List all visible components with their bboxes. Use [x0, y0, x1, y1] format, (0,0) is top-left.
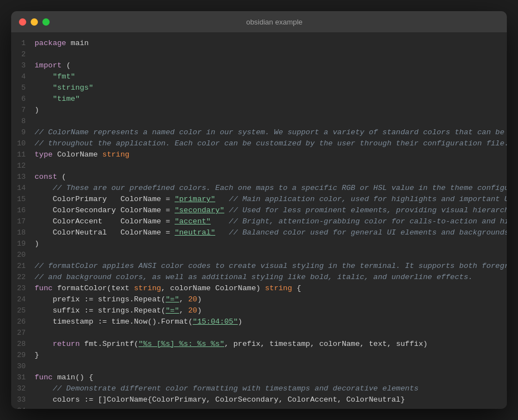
code-line: 22// and background colors, as well as a… [11, 272, 507, 283]
line-number: 23 [11, 283, 35, 294]
code-line: 14 // These are our predefined colors. E… [11, 183, 507, 194]
line-number: 3 [11, 60, 35, 71]
line-number: 15 [11, 194, 35, 205]
line-number: 2 [11, 49, 35, 60]
code-line: 28 return fmt.Sprintf("%s [%s] %s: %s %s… [11, 339, 507, 350]
code-line: 24 prefix := strings.Repeat("=", 20) [11, 294, 507, 305]
line-number: 10 [11, 138, 35, 149]
line-number: 31 [11, 372, 35, 383]
line-code: func formatColor(text string, colorName … [35, 283, 507, 294]
line-code: colors := []ColorName{ColorPrimary, Colo… [35, 394, 507, 406]
line-code: timestamp := time.Now().Format("15:04:05… [35, 316, 507, 328]
line-number: 8 [11, 116, 35, 127]
code-line: 19) [11, 238, 507, 250]
window-title: obsidian example [50, 18, 499, 26]
code-line: 30 [11, 361, 507, 372]
line-number: 21 [11, 261, 35, 272]
line-code: "time" [35, 94, 507, 105]
line-code: func main() { [35, 372, 507, 383]
line-code: ColorSecondary ColorName = "secondary" /… [35, 205, 507, 216]
line-number: 11 [11, 149, 35, 160]
line-code: // Demonstrate different color formattin… [35, 383, 507, 394]
line-number: 32 [11, 383, 35, 394]
line-number: 26 [11, 316, 35, 328]
code-line: 32 // Demonstrate different color format… [11, 383, 507, 394]
line-code [35, 250, 507, 261]
code-line: 20 [11, 250, 507, 261]
line-code: prefix := strings.Repeat("=", 20) [35, 294, 507, 305]
line-number: 20 [11, 250, 35, 261]
code-line: 18 ColorNeutral ColorName = "neutral" //… [11, 227, 507, 238]
line-code [35, 361, 507, 372]
line-code: "fmt" [35, 71, 507, 82]
line-number: 7 [11, 105, 35, 116]
code-line: 8 [11, 116, 507, 127]
editor-window: obsidian example 1package main2 3import … [11, 11, 507, 409]
code-line: 25 suffix := strings.Repeat("=", 20) [11, 305, 507, 316]
code-line: 11type ColorName string [11, 149, 507, 160]
line-code: // formatColor applies ANSI color codes … [35, 261, 507, 272]
traffic-lights [19, 18, 50, 26]
code-line: 27 [11, 328, 507, 339]
line-code [35, 160, 507, 172]
line-code: suffix := strings.Repeat("=", 20) [35, 305, 507, 316]
line-code: type ColorName string [35, 149, 507, 160]
code-line: 29} [11, 350, 507, 361]
close-button[interactable] [19, 18, 26, 26]
code-line: 3import ( [11, 60, 507, 71]
line-number: 16 [11, 205, 35, 216]
line-number: 6 [11, 94, 35, 105]
line-code: // These are our predefined colors. Each… [35, 183, 507, 194]
code-line: 1package main [11, 38, 507, 49]
code-line: 26 timestamp := time.Now().Format("15:04… [11, 316, 507, 328]
minimize-button[interactable] [31, 18, 38, 26]
line-code: package main [35, 38, 507, 49]
line-code: import ( [35, 60, 507, 71]
line-code: ColorAccent ColorName = "accent" // Brig… [35, 216, 507, 227]
code-line: 10// throughout the application. Each co… [11, 138, 507, 149]
line-code: ) [35, 105, 507, 116]
line-code: // and background colors, as well as add… [35, 272, 507, 283]
code-line: 15 ColorPrimary ColorName = "primary" //… [11, 194, 507, 205]
line-code [35, 49, 507, 60]
code-line: 5 "strings" [11, 82, 507, 94]
code-line: 31func main() { [11, 372, 507, 383]
line-code [35, 328, 507, 339]
line-number: 27 [11, 328, 35, 339]
maximize-button[interactable] [42, 18, 50, 26]
code-line: 17 ColorAccent ColorName = "accent" // B… [11, 216, 507, 227]
code-line: 7) [11, 105, 507, 116]
line-number: 25 [11, 305, 35, 316]
line-code: // ColorName represents a named color in… [35, 127, 507, 138]
line-number: 12 [11, 160, 35, 172]
line-code: ColorPrimary ColorName = "primary" // Ma… [35, 194, 507, 205]
line-number: 29 [11, 350, 35, 361]
line-number: 28 [11, 339, 35, 350]
code-line: 21// formatColor applies ANSI color code… [11, 261, 507, 272]
line-number: 19 [11, 238, 35, 250]
line-number: 30 [11, 361, 35, 372]
code-editor[interactable]: 1package main2 3import (4 "fmt"5 "string… [11, 32, 507, 409]
line-code: ColorNeutral ColorName = "neutral" // Ba… [35, 227, 507, 238]
line-number: 18 [11, 227, 35, 238]
line-number: 34 [11, 406, 35, 409]
line-code: } [35, 350, 507, 361]
line-code: "strings" [35, 82, 507, 94]
line-number: 17 [11, 216, 35, 227]
code-line: 13const ( [11, 172, 507, 183]
line-code: const ( [35, 172, 507, 183]
line-code [35, 116, 507, 127]
line-code: ) [35, 238, 507, 250]
line-code: // throughout the application. Each colo… [35, 138, 507, 149]
line-number: 9 [11, 127, 35, 138]
titlebar: obsidian example [11, 11, 507, 32]
line-code [35, 406, 507, 409]
line-number: 4 [11, 71, 35, 82]
line-number: 24 [11, 294, 35, 305]
code-line: 34 [11, 406, 507, 409]
line-number: 5 [11, 82, 35, 94]
code-line: 6 "time" [11, 94, 507, 105]
line-number: 13 [11, 172, 35, 183]
code-line: 2 [11, 49, 507, 60]
code-line: 16 ColorSecondary ColorName = "secondary… [11, 205, 507, 216]
